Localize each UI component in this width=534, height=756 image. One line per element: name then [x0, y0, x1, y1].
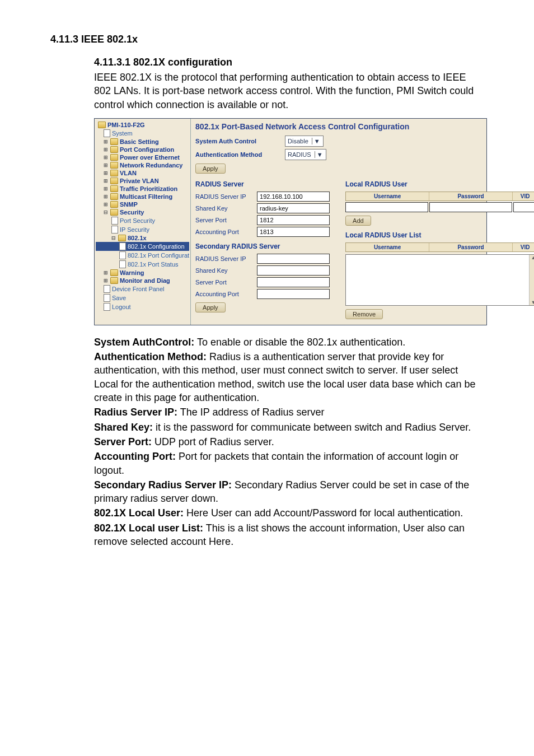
shared-key-input[interactable]	[257, 203, 330, 213]
tree-item[interactable]: ⊞Power over Ethernet	[96, 153, 189, 161]
tree-8021x-portstatus-label: 802.1x Port Status	[128, 261, 179, 268]
tree-system[interactable]: System	[96, 129, 189, 138]
expander-icon: ⊞	[104, 147, 109, 152]
tree-item-label: Power over Ethernet	[120, 154, 180, 161]
folder-icon	[110, 193, 118, 200]
scrollbar[interactable]: ▲▼	[529, 255, 534, 305]
tree-save[interactable]: Save	[96, 293, 189, 302]
folder-icon	[110, 146, 118, 153]
tree-item[interactable]: ⊞Basic Setting	[96, 138, 189, 146]
page-icon	[104, 303, 110, 311]
sys-auth-select[interactable]: Disable ▼	[285, 136, 324, 147]
page-icon	[104, 129, 110, 137]
sys-auth-label: System Auth Control	[195, 138, 285, 144]
tree-item[interactable]: ⊞SNMP	[96, 200, 189, 208]
def-text: it is the password for communicate betwe…	[153, 422, 471, 433]
server-port-label: Server Port	[195, 217, 257, 223]
tree-device-front-panel[interactable]: Device Front Panel	[96, 284, 189, 293]
tree-8021x-portstatus[interactable]: 802.1x Port Status	[96, 260, 189, 269]
expander-icon: ⊞	[104, 270, 109, 276]
folder-icon	[118, 235, 126, 241]
tree-item[interactable]: ⊞Monitor and Diag	[96, 277, 189, 284]
expander-icon: ⊟	[104, 209, 109, 215]
intro-paragraph: IEEE 802.1X is the protocol that perform…	[94, 71, 484, 111]
def-text: Here User can add Account/Password for l…	[184, 507, 463, 519]
def-bold: Secondary Radius Server IP:	[94, 479, 232, 491]
tree-item[interactable]: ⊞Multicast Filtering	[96, 193, 189, 200]
tree-item-label: Monitor and Diag	[120, 277, 170, 284]
user-list-box[interactable]: ▲▼	[345, 254, 534, 306]
folder-icon	[110, 209, 118, 216]
tree-item[interactable]: ⊞Port Configuration	[96, 146, 189, 153]
tree-item[interactable]: ⊞Warning	[96, 269, 189, 277]
tree-8021x[interactable]: ⊟802.1x	[96, 234, 189, 242]
sec-radius-ip-input[interactable]	[257, 254, 330, 264]
local-user-header: Username Password VID	[345, 192, 534, 201]
def-auth-method: Authentication Method: Radius is a authe…	[94, 350, 484, 404]
radius-ip-label: RADIUS Server IP	[195, 193, 257, 200]
tree-item-label: Port Configuration	[120, 146, 174, 153]
server-port-input[interactable]	[257, 215, 330, 225]
def-bold: Radius Server IP:	[94, 407, 177, 418]
tree-logout[interactable]: Logout	[96, 302, 189, 311]
page-icon	[104, 285, 110, 293]
def-text: To enable or disable the 802.1x authenti…	[194, 337, 405, 348]
col-username: Username	[346, 192, 429, 200]
tree-8021x-label: 802.1x	[128, 235, 147, 241]
sec-acct-port-input[interactable]	[257, 289, 330, 299]
tree-item-label: Basic Setting	[120, 138, 159, 145]
tree-item-label: Warning	[120, 269, 144, 276]
tree-sec-child[interactable]: Port Security	[96, 216, 189, 225]
tree-8021x-config-label: 802.1x Configuration	[128, 243, 185, 250]
tree-item-label: VLAN	[120, 170, 137, 176]
tree-8021x-config[interactable]: 802.1x Configuration	[96, 242, 189, 251]
folder-icon	[110, 178, 118, 184]
scroll-up-icon: ▲	[531, 255, 534, 260]
sec-server-port-label: Server Port	[195, 279, 257, 286]
def-bold: Accounting Port:	[94, 451, 176, 462]
sec-server-port-input[interactable]	[257, 277, 330, 287]
vid-input[interactable]	[513, 202, 534, 212]
col-vid: VID	[513, 243, 534, 251]
folder-icon	[110, 154, 118, 161]
sec-shared-key-label: Shared Key	[195, 267, 257, 274]
tree-item[interactable]: ⊞Private VLAN	[96, 177, 189, 185]
heading-subsection: 4.11.3.1 802.1X configuration	[94, 57, 484, 68]
def-shared-key: Shared Key: it is the password for commu…	[94, 421, 484, 434]
acct-port-input[interactable]	[257, 227, 330, 237]
tree-sec-child[interactable]: IP Security	[96, 225, 189, 234]
chevron-down-icon: ▼	[315, 151, 325, 158]
auth-method-select[interactable]: RADIUS ▼	[285, 149, 326, 160]
tree-item[interactable]: ⊞Network Redundancy	[96, 161, 189, 169]
username-input[interactable]	[345, 202, 428, 212]
radius-ip-input[interactable]	[257, 192, 330, 202]
sec-shared-key-input[interactable]	[257, 265, 330, 276]
password-input[interactable]	[429, 202, 512, 212]
expander-icon: ⊞	[104, 202, 109, 207]
apply-button-secondary[interactable]: Apply	[195, 302, 226, 312]
local-user-list-header: Username Password VID	[345, 242, 534, 252]
tree-8021x-portcfg[interactable]: 802.1x Port Configurat	[96, 251, 189, 260]
page-icon	[104, 294, 110, 302]
tree-link-label: Device Front Panel	[112, 286, 165, 292]
tree-root[interactable]: PMI-110-F2G	[96, 121, 189, 129]
tree-item[interactable]: ⊞VLAN	[96, 169, 189, 177]
add-button[interactable]: Add	[345, 216, 371, 226]
tree-security-label: Security	[120, 209, 144, 216]
auth-method-value: RADIUS	[288, 151, 311, 158]
apply-button[interactable]: Apply	[195, 164, 226, 174]
sec-radius-ip-label: RADIUS Server IP	[195, 255, 257, 262]
remove-button[interactable]: Remove	[345, 309, 383, 319]
page-icon	[111, 217, 118, 225]
expander-icon: ⊞	[104, 186, 109, 192]
expander-icon: ⊞	[104, 162, 109, 168]
heading-section: 4.11.3 IEEE 802.1x	[50, 34, 484, 45]
tree-system-label: System	[112, 130, 133, 137]
sys-auth-value: Disable	[288, 138, 308, 144]
tree-item[interactable]: ⊞Traffic Prioritization	[96, 185, 189, 193]
tree-security[interactable]: ⊟Security	[96, 208, 189, 216]
page-icon	[111, 226, 118, 234]
tree-sec-child-label: Port Security	[120, 217, 155, 224]
expander-icon: ⊞	[104, 155, 109, 160]
def-text: UDP port of Radius server.	[152, 436, 274, 447]
